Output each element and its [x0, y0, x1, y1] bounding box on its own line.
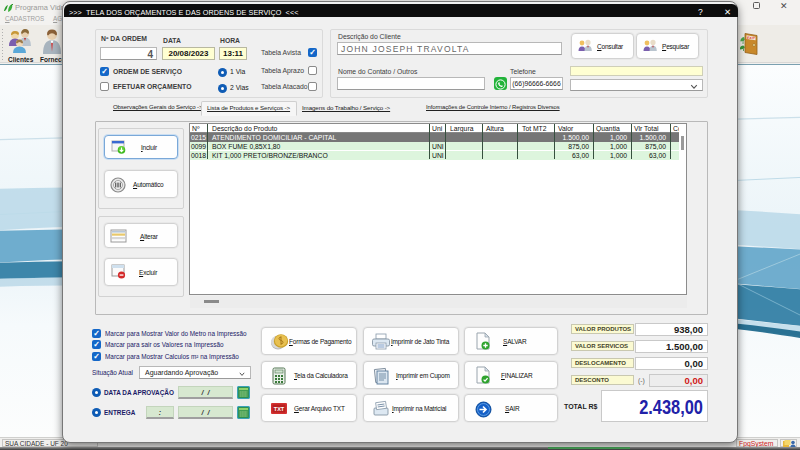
svg-text:TXT: TXT — [274, 406, 285, 412]
svg-text:EXIT: EXIT — [747, 36, 756, 41]
